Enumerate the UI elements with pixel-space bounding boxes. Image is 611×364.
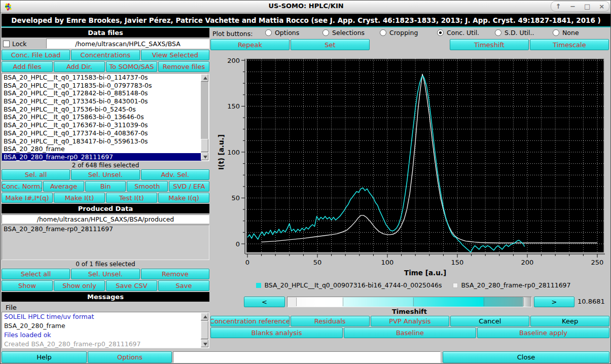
options-button[interactable]: Options [88, 351, 172, 363]
file-list-item[interactable]: BSA_20_HPLC__It_q0_183417-bi-0_559613-0s [2, 137, 201, 145]
cancel-button[interactable]: Cancel [450, 316, 529, 326]
file-list-item[interactable]: BSA_20_280_frame-rp0_28111697 [2, 153, 201, 161]
lock-checkbox[interactable] [3, 41, 10, 47]
radio-circle-icon[interactable] [437, 29, 444, 36]
legend-item: BSA_20_280_frame-rp0_28111697 [453, 281, 570, 289]
radio-circle-icon[interactable] [553, 29, 559, 36]
radio-s-d-util[interactable]: S.D. Util.. [495, 29, 534, 37]
produced-files-list-items: BSA_20_280_frame-rp0_28111697 [2, 225, 209, 233]
make-i-t-button[interactable]: Make I(t) [54, 193, 105, 203]
produced-files-list[interactable]: BSA_20_280_frame-rp0_28111697 [2, 225, 209, 260]
file-list-item[interactable]: BSA_20_HPLC__It_q0_177374-bi-0_408367-0s [2, 129, 201, 137]
radio-conc-util[interactable]: Conc. Util. [437, 29, 479, 37]
radio-circle-icon[interactable] [265, 29, 272, 36]
pvp-analysis-button[interactable]: PVP Analysis [371, 316, 450, 326]
conc-norm-button[interactable]: Conc. Norm. [2, 181, 42, 192]
blanks-analysis-button[interactable]: Blanks analysis [210, 327, 343, 338]
scroll-down-icon[interactable] [201, 153, 208, 160]
baseline-button[interactable]: Baseline [344, 327, 476, 338]
sel-unsel-button[interactable]: Sel. Unsel. [71, 169, 139, 180]
radio-cropping[interactable]: Cropping [380, 29, 418, 37]
make-i-q-button[interactable]: Make I(q) [158, 193, 209, 203]
file-list-scrollbar[interactable] [201, 74, 208, 160]
file-list-scroll-thumb[interactable] [201, 139, 208, 152]
test-i-t-button[interactable]: Test I(t) [106, 193, 157, 203]
slider-handle[interactable] [523, 298, 524, 306]
smooth-button[interactable]: Smooth [127, 181, 167, 192]
show-button[interactable]: Show [2, 280, 53, 291]
file-list-item[interactable]: BSA_20_HPLC__It_q0_173345-bi-0_843001-0s [2, 97, 201, 105]
radio-circle-icon[interactable] [495, 29, 501, 36]
conc-file-load-button[interactable]: Conc. File Load [2, 50, 70, 60]
messages-box[interactable]: SOLEIL HPLC time/uv formatBSA_20_280_fra… [2, 312, 209, 348]
add-files-button[interactable]: Add files [2, 61, 53, 72]
residuals-button[interactable]: Residuals [291, 316, 370, 326]
messages-scroll-thumb[interactable] [201, 321, 208, 339]
minimize-icon[interactable]: − [567, 2, 579, 11]
select-all-button[interactable]: Select all [2, 269, 70, 279]
file-list-item[interactable]: BSA_20_HPLC__It_q0_176367-bi-0_311039-0s [2, 121, 201, 129]
shade-icon[interactable]: ↑ [553, 2, 564, 11]
save-button[interactable]: Save [158, 280, 209, 291]
adv-sel-button[interactable]: Adv. Sel. [141, 169, 209, 180]
radio-circle-icon[interactable] [380, 29, 386, 36]
sel-unsel-button[interactable]: Sel. Unsel. [71, 269, 139, 279]
set-button[interactable]: Set [291, 39, 370, 50]
timeshift-next-button[interactable]: > [534, 297, 574, 307]
y-tick-label: 0 [236, 240, 240, 248]
title-bar[interactable]: US-SOMO: HPLC/KIN ↑ − □ × [1, 1, 611, 13]
file-list-item[interactable]: BSA_20_HPLC__It_q0_175863-bi-0_13646-0s [2, 113, 201, 121]
average-button[interactable]: Average [43, 181, 84, 192]
legend-swatch-white [453, 283, 458, 288]
message-line: SOLEIL HPLC time/uv format [2, 312, 201, 321]
produced-file-item[interactable]: BSA_20_280_frame-rp0_28111697 [2, 225, 209, 233]
file-list-item[interactable]: BSA_20_HPLC__It_q0_171835-bi-0_0797783-0… [2, 82, 201, 90]
radio-options[interactable]: Options [265, 29, 299, 37]
file-list-item[interactable]: BSA_20_280_frame [2, 145, 201, 153]
concentrations-button[interactable]: Concentrations [71, 50, 139, 60]
remove-button[interactable]: Remove [141, 269, 209, 279]
svd-efa-button[interactable]: SVD / EFA [169, 181, 209, 192]
close-button[interactable]: Close [443, 351, 609, 363]
baseline-apply-button[interactable]: Baseline apply [477, 327, 609, 338]
scroll-up-icon[interactable] [201, 74, 208, 82]
radio-circle-icon[interactable] [322, 29, 329, 36]
file-list-item[interactable]: BSA_20_HPLC__It_q0_171583-bi-0_114737-0s [2, 74, 201, 82]
messages-header: Messages [2, 292, 209, 302]
file-menu[interactable]: File [6, 304, 17, 311]
remove-files-button[interactable]: Remove files [158, 61, 209, 72]
files-selected-status: 2 of 648 files selected [2, 162, 209, 169]
make-i-i-q-button[interactable]: Make I#,I*(q) [2, 193, 53, 203]
scroll-down-icon[interactable] [201, 340, 208, 347]
maximize-icon[interactable]: □ [582, 2, 593, 11]
add-dir-button[interactable]: Add Dir. [54, 61, 105, 72]
data-directory-field[interactable]: /home/ultrascan/HPLC_SAXS/BSA [46, 39, 209, 49]
messages-scrollbar[interactable] [201, 313, 208, 347]
help-button[interactable]: Help [2, 351, 87, 363]
to-somo-sas-button[interactable]: To SOMO/SAS [106, 61, 157, 72]
show-only-button[interactable]: Show only [54, 280, 105, 291]
radio-label: None [562, 29, 579, 37]
plot-canvas[interactable]: 050100150200250050100150200Time [a.u.]I(… [215, 51, 611, 279]
save-csv-button[interactable]: Save CSV [106, 280, 157, 291]
view-selected-button[interactable]: View Selected [141, 50, 209, 60]
timeshift-slider[interactable] [287, 297, 532, 307]
bin-button[interactable]: Bin [85, 181, 126, 192]
timeshift-prev-button[interactable]: < [244, 297, 285, 307]
plot-legend: BSA_20_HPLC__It_q0_00907316-bi16_4744-0_… [215, 281, 611, 289]
repeak-button[interactable]: Repeak [210, 39, 290, 50]
keep-button[interactable]: Keep [530, 316, 609, 326]
radio-selections[interactable]: Selections [322, 29, 365, 37]
file-list-item[interactable]: BSA_20_HPLC__It_q0_17536-bi-0_5245-0s [2, 105, 201, 114]
process-button-row: Conc. Norm.AverageBinSmoothSVD / EFA [2, 181, 209, 192]
file-list-item[interactable]: BSA_20_HPLC__It_q0_172842-bi-0_885148-0s [2, 89, 201, 97]
x-tick-label: 250 [591, 259, 604, 266]
scroll-up-icon[interactable] [201, 313, 208, 320]
radio-none[interactable]: None [553, 29, 579, 37]
timescale-button[interactable]: Timescale [530, 39, 609, 50]
concentration-reference-button[interactable]: Concentration reference [210, 316, 290, 326]
data-files-list[interactable]: BSA_20_HPLC__It_q0_171583-bi-0_114737-0s… [2, 73, 209, 161]
timeshift-button[interactable]: Timeshift [450, 39, 529, 50]
sel-all-button[interactable]: Sel. all [2, 169, 70, 180]
close-icon[interactable]: × [596, 2, 607, 11]
